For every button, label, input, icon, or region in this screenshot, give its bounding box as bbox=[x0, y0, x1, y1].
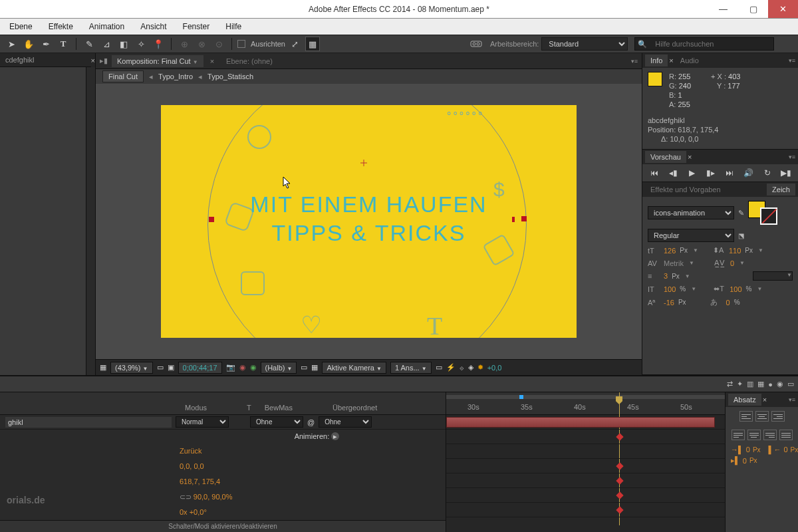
baseline-value[interactable]: -16 bbox=[664, 299, 674, 307]
camera-select[interactable]: Aktive Kamera ▼ bbox=[322, 362, 386, 374]
clone-tool-icon[interactable]: ⊿ bbox=[99, 37, 114, 51]
indent-left-value[interactable]: 0 bbox=[746, 446, 750, 454]
info-tab[interactable]: Info bbox=[645, 55, 668, 66]
local-axis-icon[interactable]: ⊕ bbox=[177, 37, 192, 51]
prop-scale[interactable]: ⊂⊃ 90,0, 90,0% bbox=[0, 489, 446, 505]
close-comp-icon[interactable]: × bbox=[207, 57, 217, 65]
hand-tool-icon[interactable]: ✋ bbox=[21, 37, 36, 51]
tl-tool-icon[interactable]: ▦ bbox=[757, 380, 764, 388]
pen-tool-icon[interactable]: ✒ bbox=[39, 37, 53, 51]
tracking-value[interactable]: 0 bbox=[730, 259, 734, 267]
resolution-icon[interactable]: ▭ bbox=[157, 363, 164, 372]
maximize-button[interactable]: ▢ bbox=[738, 0, 768, 18]
effects-presets-tab[interactable]: Effekte und Vorgaben bbox=[645, 184, 726, 196]
panel-menu-icon[interactable]: ▾≡ bbox=[631, 58, 638, 65]
close-icon[interactable]: × bbox=[688, 153, 692, 161]
search-crosshair-icon[interactable] bbox=[469, 37, 483, 51]
tl-tool-icon[interactable]: ▥ bbox=[747, 380, 753, 388]
ram-preview-icon[interactable]: ▶▮ bbox=[780, 168, 792, 178]
layer-bar[interactable] bbox=[446, 417, 715, 428]
align-left-icon[interactable] bbox=[739, 411, 753, 422]
character-tab[interactable]: Zeich bbox=[767, 184, 795, 196]
align-right-icon[interactable] bbox=[771, 411, 785, 422]
type-tool-icon[interactable]: T bbox=[56, 37, 70, 51]
composition-viewer[interactable]: ♡ T $ °°°°°° MIT EINEM HAUFEN TIPPS & TR… bbox=[96, 84, 642, 359]
leading-value[interactable]: 110 bbox=[729, 247, 741, 255]
layer-track[interactable] bbox=[446, 415, 725, 430]
layer-tab[interactable]: Ebene: (ohne) bbox=[221, 55, 278, 67]
tsume-value[interactable]: 0 bbox=[726, 299, 730, 307]
layer-name[interactable]: ghikl bbox=[5, 417, 172, 428]
roto-tool-icon[interactable]: ✧ bbox=[134, 37, 148, 51]
zoom-select[interactable]: (43,9%) ▼ bbox=[110, 362, 153, 374]
snapshot-icon[interactable]: 📷 bbox=[226, 363, 235, 372]
timecode-display[interactable]: 0;00;44;17 bbox=[178, 362, 222, 374]
comp-tab-finalcut[interactable]: Komposition: Final Cut ▼ bbox=[112, 55, 203, 67]
rgb-icon[interactable]: ◉ bbox=[250, 363, 257, 372]
snap-option-icon[interactable]: ⤢ bbox=[288, 37, 303, 51]
fill-stroke-swatch[interactable] bbox=[748, 201, 777, 225]
menu-ebene[interactable]: Ebene bbox=[3, 20, 39, 33]
stroke-style-select[interactable]: ▼ bbox=[753, 271, 793, 281]
panel-menu-icon[interactable]: ▾≡ bbox=[789, 396, 795, 403]
pin-tool-icon[interactable]: 📍 bbox=[151, 37, 166, 51]
parent-pickwhip-icon[interactable]: @ bbox=[307, 418, 315, 426]
view-axis-icon[interactable]: ⊙ bbox=[211, 37, 226, 51]
timeline-tracks[interactable]: 30s 35s 40s 45s 50s bbox=[446, 392, 725, 532]
tl-tool-icon[interactable]: ▭ bbox=[787, 380, 794, 388]
exposure-value[interactable]: +0,0 bbox=[487, 364, 502, 372]
grid-icon[interactable]: ▦ bbox=[100, 363, 106, 372]
pixel-aspect-icon[interactable]: ▭ bbox=[436, 363, 442, 372]
help-search-input[interactable] bbox=[651, 38, 771, 50]
hscale-value[interactable]: 100 bbox=[730, 285, 741, 293]
panel-menu-icon[interactable]: ▾≡ bbox=[789, 57, 795, 64]
loop-icon[interactable]: ↻ bbox=[761, 168, 773, 178]
play-icon[interactable]: ▶ bbox=[686, 168, 698, 178]
audio-icon[interactable]: 🔊 bbox=[742, 168, 754, 178]
project-scrollbar[interactable] bbox=[86, 67, 95, 375]
crumb-typo-intro[interactable]: Typo_Intro bbox=[158, 72, 193, 80]
prop-rotation[interactable]: 0x +0,0° bbox=[0, 505, 446, 520]
crumb-typo-statisch[interactable]: Typo_Statisch bbox=[207, 72, 253, 80]
justify-all-icon[interactable] bbox=[779, 430, 793, 440]
keyframe-icon[interactable] bbox=[616, 506, 623, 513]
stroke-width-value[interactable]: 3 bbox=[664, 272, 668, 280]
prev-frame-icon[interactable]: ◂▮ bbox=[667, 168, 679, 178]
keyframe-icon[interactable] bbox=[616, 477, 623, 484]
roi-icon[interactable]: ▭ bbox=[301, 363, 307, 372]
menu-animation[interactable]: Animation bbox=[82, 20, 131, 33]
reset-exp-icon[interactable]: ✹ bbox=[477, 363, 483, 372]
font-style-select[interactable]: Regular bbox=[648, 229, 734, 242]
next-frame-icon[interactable]: ▮▸ bbox=[705, 168, 717, 178]
project-tab[interactable]: cdefghikl bbox=[0, 53, 91, 67]
timeline-icon[interactable]: ⟐ bbox=[460, 364, 464, 372]
first-frame-icon[interactable]: ⏮ bbox=[648, 168, 660, 178]
kerning-value[interactable]: Metrik bbox=[664, 259, 684, 267]
snap-bounds-icon[interactable]: ▦ bbox=[305, 37, 320, 51]
last-frame-icon[interactable]: ⏭ bbox=[724, 168, 735, 178]
menu-fenster[interactable]: Fenster bbox=[176, 20, 217, 33]
fullres-icon[interactable]: ▣ bbox=[168, 363, 174, 372]
timeline-layer-row[interactable]: ghikl Normal Ohne @ Ohne bbox=[0, 415, 446, 430]
tl-tool-icon[interactable]: ◉ bbox=[777, 380, 783, 388]
paragraph-tab[interactable]: Absatz bbox=[728, 394, 761, 406]
channel-icon[interactable]: ◉ bbox=[239, 363, 246, 372]
close-button[interactable]: ✕ bbox=[768, 0, 798, 18]
justify-left-icon[interactable] bbox=[732, 430, 745, 440]
animate-arrow-icon[interactable]: ▸ bbox=[331, 432, 339, 440]
eyedropper-icon[interactable]: ✎ bbox=[738, 209, 744, 217]
keyframe-icon[interactable] bbox=[616, 491, 623, 499]
prop-zuruck[interactable]: Zurück bbox=[0, 444, 446, 459]
selection-tool-icon[interactable]: ➤ bbox=[4, 37, 19, 51]
prop-position[interactable]: 618,7, 175,4 bbox=[0, 474, 446, 489]
minimize-button[interactable]: — bbox=[708, 0, 738, 18]
track-matte-select[interactable]: Ohne bbox=[250, 416, 303, 428]
tl-tool-icon[interactable]: ⇄ bbox=[727, 380, 733, 388]
close-tab-icon[interactable]: × bbox=[91, 57, 95, 65]
menu-ansicht[interactable]: Ansicht bbox=[134, 20, 173, 33]
panel-menu-icon[interactable]: ▾≡ bbox=[789, 154, 795, 160]
toggle-switches-button[interactable]: Schalter/Modi aktivieren/deaktivieren bbox=[0, 520, 446, 532]
tl-tool-icon[interactable]: ✦ bbox=[737, 380, 743, 388]
world-axis-icon[interactable]: ⊗ bbox=[194, 37, 209, 51]
swap-colors-icon[interactable]: ⬔ bbox=[738, 232, 744, 239]
